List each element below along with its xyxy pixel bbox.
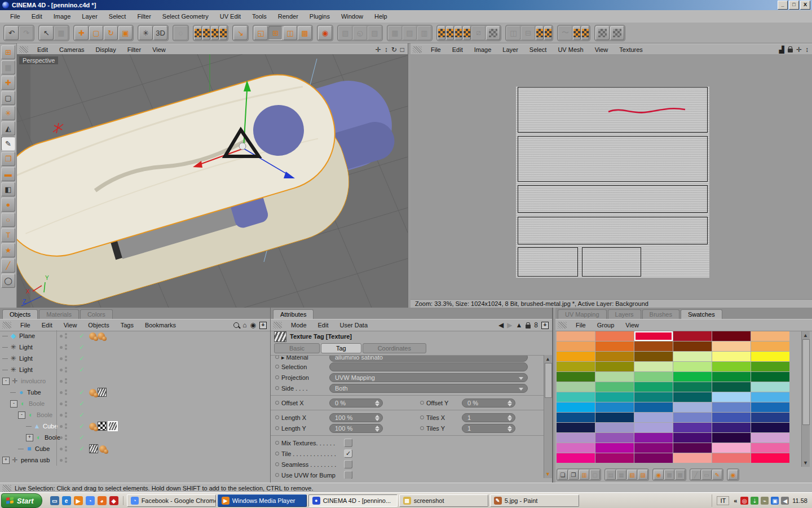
tree-row-plane[interactable]: ◆Plane✓ [0, 330, 271, 341]
viewport-menu-view[interactable]: View [147, 46, 171, 53]
visibility-toggles[interactable] [56, 364, 78, 375]
texture-tag-icon[interactable] [89, 332, 96, 340]
color-swatch[interactable] [557, 453, 595, 463]
objects-menu-file[interactable]: File [15, 322, 36, 329]
visibility-toggles[interactable] [56, 330, 78, 341]
layer-dot-icon[interactable] [60, 391, 63, 394]
color-swatch[interactable] [595, 331, 634, 341]
layer-dot-icon[interactable] [60, 357, 63, 360]
filter-eye-icon[interactable]: ◉ [250, 322, 256, 329]
uv-island-5[interactable] [518, 247, 578, 277]
color-swatch[interactable] [712, 413, 751, 422]
texture-checker-icon[interactable] [211, 26, 219, 40]
drag-handle-icon[interactable] [2, 322, 11, 329]
attributes-menu-edit[interactable]: Edit [312, 322, 334, 329]
task-button-windows-media-player[interactable]: ▶Windows Media Player [218, 494, 307, 507]
lock-icon[interactable] [526, 325, 531, 329]
length-y-field[interactable]: 100 % [329, 424, 383, 433]
menu-filter[interactable]: Filter [131, 13, 156, 20]
uv-menu-uv-mesh[interactable]: UV Mesh [552, 46, 589, 53]
color-swatch[interactable] [712, 341, 751, 351]
uv-mesh-tool-icon[interactable]: ◭ [1, 121, 15, 135]
tray-update-icon[interactable]: ⇣ [751, 497, 758, 505]
vp-maximize-icon[interactable]: □ [400, 46, 404, 53]
color-swatch[interactable] [634, 423, 673, 432]
layer-dot-icon[interactable] [60, 425, 63, 428]
tree-row-cube[interactable]: ▲Cube✓ [0, 421, 271, 432]
color-swatch[interactable] [557, 402, 595, 412]
task-button-facebook-google-chrome[interactable]: ◔Facebook - Google Chrome [127, 494, 216, 507]
color-swatch[interactable] [595, 372, 634, 382]
color-swatch[interactable] [712, 402, 751, 412]
color-swatch[interactable] [557, 372, 595, 382]
objects-menu-view[interactable]: View [58, 322, 83, 329]
uv-menu-image[interactable]: Image [469, 46, 497, 53]
brush-from-swatch-icon[interactable]: ✎ [712, 470, 722, 480]
color-swatch[interactable] [751, 352, 789, 361]
color-swatch[interactable] [751, 382, 789, 392]
grid-uv-sel-icon[interactable] [544, 26, 552, 40]
tree-row-involucro[interactable]: -✛involucro [0, 375, 271, 387]
realplayer-icon[interactable]: ◆ [109, 496, 118, 505]
color-swatch[interactable] [634, 443, 673, 453]
task-button-cinema-4d-pennino-[interactable]: ●CINEMA 4D - [pennino... [308, 494, 398, 507]
enable-check-icon[interactable]: ✓ [78, 366, 86, 374]
unlock-icon[interactable] [788, 49, 793, 52]
pick-color-icon[interactable]: ◉ [654, 470, 664, 480]
texture-tag-icon-selected[interactable] [108, 421, 118, 431]
color-swatch[interactable] [634, 331, 673, 341]
color-swatch[interactable] [634, 341, 673, 351]
undo-icon[interactable]: ↶ [5, 26, 19, 40]
workspace-layout-icon[interactable]: ⊞ [1, 45, 15, 59]
chrome-icon[interactable]: ◔ [86, 496, 95, 505]
title-bar[interactable]: CINEMA 4D - [pennino.c4d *] _ □ X [0, 0, 812, 10]
layer-dot-icon[interactable] [60, 448, 63, 450]
layout-split-icon[interactable]: ◫ [283, 26, 297, 40]
enable-check-icon[interactable]: ✓ [78, 422, 86, 430]
color-swatch[interactable] [557, 413, 595, 422]
color-swatch[interactable] [557, 392, 595, 402]
tab-colors[interactable]: Colors [80, 309, 113, 319]
layer-dot-icon[interactable] [60, 346, 63, 349]
menu-layer[interactable]: Layer [76, 13, 103, 20]
language-indicator[interactable]: IT [717, 496, 729, 505]
tree-row-cube[interactable]: ■Cube✓ [0, 443, 271, 454]
color-swatch[interactable] [673, 443, 712, 453]
color-swatch[interactable] [712, 443, 751, 453]
texture-tag-icon[interactable] [89, 423, 96, 430]
task-button-5-jpg-paint[interactable]: ✎5.jpg - Paint [490, 494, 579, 507]
color-swatch[interactable] [751, 341, 789, 351]
color-swatch[interactable] [673, 402, 712, 412]
tree-row-boole[interactable]: -◐Boole✓ [0, 398, 271, 409]
tree-row-penna-usb[interactable]: +✛penna usb [0, 454, 271, 466]
viewport-menu-edit[interactable]: Edit [32, 46, 54, 53]
paste-swatch-icon[interactable]: ▨ [638, 470, 648, 480]
selection-field[interactable] [329, 362, 528, 371]
color-picker-tool-icon[interactable]: ╱ [1, 259, 15, 273]
viewport-menu-filter[interactable]: Filter [122, 46, 147, 53]
drag-handle-icon[interactable] [2, 485, 11, 492]
vp-rotate-icon[interactable]: ↻ [391, 46, 397, 53]
tree-row-boole[interactable]: -◐Boole✓ [0, 409, 271, 421]
visibility-toggles[interactable] [56, 387, 78, 398]
tree-row-light[interactable]: ✳Light✓ [0, 341, 271, 353]
tab-objects[interactable]: Objects [2, 309, 38, 319]
copy-swatch-icon[interactable]: ▧ [627, 470, 637, 480]
color-swatch[interactable] [751, 423, 789, 432]
viewport-menu-display[interactable]: Display [90, 46, 122, 53]
uv-menu-select[interactable]: Select [524, 46, 553, 53]
texture-tag-icon[interactable] [98, 388, 107, 397]
color-swatch[interactable] [712, 433, 751, 443]
menu-edit[interactable]: Edit [26, 13, 48, 20]
new-swatch-doc-icon[interactable]: ❐ [568, 470, 579, 480]
color-swatch[interactable] [673, 382, 712, 392]
material-field[interactable]: alluminio satinato [329, 355, 528, 362]
color-swatch[interactable] [595, 423, 634, 432]
layer-dot-icon[interactable] [60, 459, 63, 462]
attr-tab-basic[interactable]: Basic [274, 343, 320, 353]
length-x-field[interactable]: 100 % [329, 413, 383, 422]
color-swatch[interactable] [595, 352, 634, 361]
magic-wand-3d-icon[interactable]: ✳ [139, 26, 153, 40]
attr-tab-tag[interactable]: Tag [321, 343, 361, 353]
visibility-toggles[interactable] [56, 454, 78, 466]
